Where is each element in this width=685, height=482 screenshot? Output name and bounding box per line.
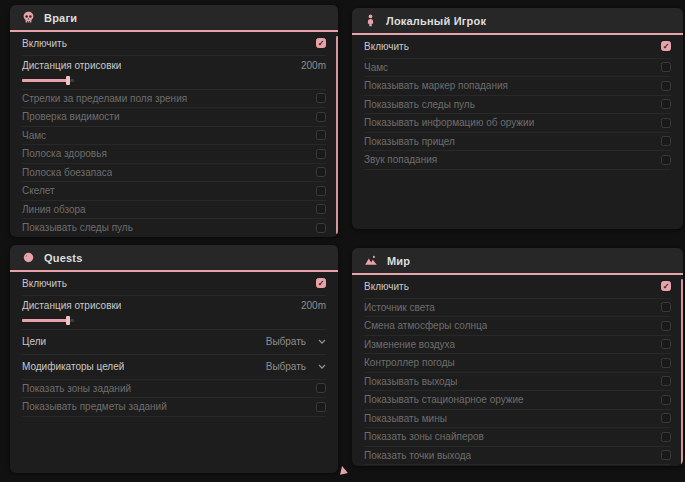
option-row[interactable]: Показывать следы пуль — [22, 219, 326, 237]
dropdown-select[interactable]: Выбрать — [266, 361, 326, 372]
panel-local-player: Локальный Игрок Включить✓ЧамсПоказывать … — [352, 8, 683, 229]
panel-quests-header[interactable]: Quests — [10, 245, 338, 272]
option-label: Показать точки выхода — [364, 450, 471, 461]
checkbox[interactable] — [316, 186, 326, 196]
option-label: Показывать маркер попадания — [364, 80, 508, 91]
option-row[interactable]: Показывать предметы заданий — [22, 398, 326, 417]
option-row[interactable]: Показывать следы пуль — [364, 96, 671, 115]
option-label: Показывать информацию об оружии — [364, 117, 534, 128]
option-row[interactable]: Показывать мины — [364, 410, 671, 429]
option-row[interactable]: Включить✓ — [364, 35, 671, 59]
slider-handle[interactable] — [66, 316, 70, 325]
distance-slider[interactable] — [22, 319, 74, 322]
option-row[interactable]: Включить✓ — [364, 275, 671, 299]
option-row[interactable]: Показать точки выхода — [364, 447, 671, 466]
panel-quests: Quests Включить✓Дистанция отрисовки200mЦ… — [10, 245, 338, 473]
panel-local-player-content: Включить✓ЧамсПоказывать маркер попадания… — [352, 35, 683, 170]
option-row[interactable]: Звук попадания — [364, 151, 671, 170]
option-row[interactable]: Дистанция отрисовки200m — [22, 56, 326, 90]
panel-title: Локальный Игрок — [386, 15, 486, 27]
checkbox[interactable] — [661, 62, 671, 72]
checkbox[interactable] — [661, 118, 671, 128]
checkbox[interactable] — [661, 321, 671, 331]
skull-icon — [22, 11, 35, 24]
checkbox[interactable] — [661, 81, 671, 91]
option-row[interactable]: Чамс — [364, 59, 671, 78]
option-row[interactable]: Контроллер погоды — [364, 354, 671, 373]
option-row[interactable]: Полоска здоровья — [22, 145, 326, 164]
option-label: Проверка видимости — [22, 111, 120, 122]
option-row[interactable]: Проверка видимости — [22, 108, 326, 127]
checkbox[interactable] — [661, 413, 671, 423]
checkbox[interactable] — [316, 223, 326, 233]
checkbox[interactable] — [316, 204, 326, 214]
option-row[interactable]: Показывать прицел — [364, 133, 671, 152]
option-row[interactable]: Скелет — [22, 182, 326, 201]
chevron-down-icon — [318, 364, 326, 370]
checkbox[interactable] — [661, 376, 671, 386]
checkbox[interactable]: ✓ — [316, 38, 326, 48]
checkbox[interactable]: ✓ — [661, 281, 671, 291]
checkbox[interactable] — [661, 136, 671, 146]
option-row[interactable]: Изменение воздуха — [364, 336, 671, 355]
option-label: Цели — [22, 336, 46, 347]
checkbox[interactable] — [661, 155, 671, 165]
option-row[interactable]: Модификаторы целейВыбрать — [22, 355, 326, 380]
checkbox[interactable] — [661, 450, 671, 460]
option-row[interactable]: Дистанция отрисовки200m — [22, 296, 326, 330]
dropdown-select[interactable]: Выбрать — [266, 336, 326, 347]
chevron-down-icon — [318, 339, 326, 345]
checkbox[interactable] — [661, 358, 671, 368]
panel-title: Враги — [44, 12, 77, 24]
option-row[interactable]: Чамс — [22, 127, 326, 146]
option-row[interactable]: Показать зоны снайперов — [364, 428, 671, 447]
distance-slider[interactable] — [22, 79, 74, 82]
checkbox[interactable] — [316, 130, 326, 140]
option-label: Включить — [364, 41, 409, 52]
option-row[interactable]: Показывать выходы — [364, 373, 671, 392]
panel-world-header[interactable]: Мир — [352, 248, 683, 275]
option-label: Чамс — [22, 130, 46, 141]
checkbox[interactable]: ✓ — [661, 41, 671, 51]
checkbox[interactable] — [316, 149, 326, 159]
option-row[interactable]: Показать зоны заданий — [22, 380, 326, 399]
option-row[interactable]: Включить✓ — [22, 32, 326, 56]
panel-quests-content: Включить✓Дистанция отрисовки200mЦелиВыбр… — [10, 272, 338, 417]
checkbox[interactable] — [661, 99, 671, 109]
option-label: Смена атмосферы солнца — [364, 320, 487, 331]
checkbox[interactable] — [661, 432, 671, 442]
checkbox[interactable] — [661, 395, 671, 405]
option-row[interactable]: Показывать стационарное оружие — [364, 391, 671, 410]
option-row[interactable]: Полоска боезапаса — [22, 164, 326, 183]
checkbox[interactable] — [316, 402, 326, 412]
option-row[interactable]: Линия обзора — [22, 201, 326, 220]
panel-enemies-header[interactable]: Враги — [10, 5, 338, 32]
checkbox[interactable] — [316, 93, 326, 103]
option-row[interactable]: Источник света — [364, 299, 671, 318]
panel-enemies: Враги Включить✓Дистанция отрисовки200mСт… — [10, 5, 338, 237]
option-label: Показать зоны снайперов — [364, 431, 484, 442]
checkbox[interactable]: ✓ — [316, 278, 326, 288]
scrollbar-thumb[interactable] — [681, 279, 683, 466]
option-label: Модификаторы целей — [22, 361, 124, 372]
option-row[interactable]: Смена атмосферы солнца — [364, 317, 671, 336]
option-row[interactable]: Включить✓ — [22, 272, 326, 296]
option-row[interactable]: Стрелки за пределами поля зрения — [22, 90, 326, 109]
checkbox[interactable] — [661, 339, 671, 349]
checkbox[interactable] — [316, 383, 326, 393]
panel-world: Мир Включить✓Источник светаСмена атмосфе… — [352, 248, 683, 466]
option-label: Включить — [22, 278, 67, 289]
slider-handle[interactable] — [66, 76, 70, 85]
option-row[interactable]: Показывать информацию об оружии — [364, 114, 671, 133]
option-label: Дистанция отрисовки — [22, 60, 121, 71]
checkbox[interactable] — [316, 112, 326, 122]
checkbox[interactable] — [661, 302, 671, 312]
option-label: Показывать предметы заданий — [22, 401, 167, 412]
option-row[interactable]: Показывать маркер попадания — [364, 77, 671, 96]
checkbox[interactable] — [316, 167, 326, 177]
panel-title: Мир — [387, 255, 410, 267]
panel-local-player-header[interactable]: Локальный Игрок — [352, 8, 683, 35]
option-row[interactable]: ЦелиВыбрать — [22, 330, 326, 355]
scrollbar-thumb[interactable] — [336, 36, 338, 234]
option-label: Скелет — [22, 185, 55, 196]
